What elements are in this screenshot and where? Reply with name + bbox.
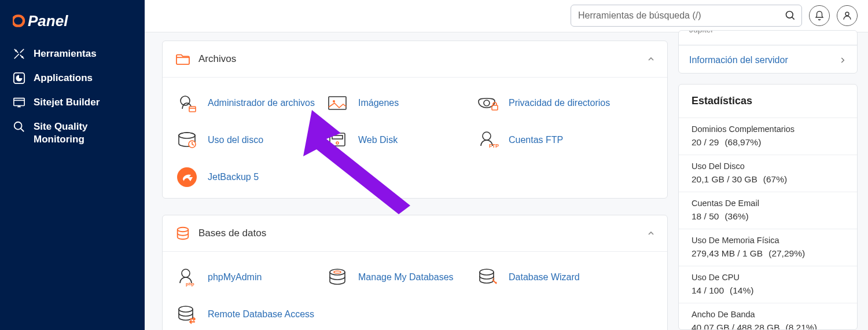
dir-privacy-icon (476, 91, 499, 115)
svg-rect-5 (14, 98, 24, 106)
tool-label: JetBackup 5 (208, 172, 259, 182)
folder-icon (175, 52, 190, 67)
sidebar-item-herramientas[interactable]: Herramientas (0, 42, 145, 66)
server-info-label: Información del servidor (689, 55, 788, 65)
apps-icon (13, 72, 25, 85)
tools-icon (13, 47, 25, 60)
svg-point-20 (483, 132, 491, 140)
notifications-button[interactable] (809, 5, 830, 26)
tool-label: Privacidad de directorios (509, 98, 610, 108)
svg-point-12 (333, 100, 335, 102)
sidebar-item-label: Sitejet Builder (34, 96, 100, 109)
db-wizard-icon (476, 266, 499, 289)
stats-panel: Estadísticas Dominios Complementarios 20… (678, 84, 858, 330)
sitejet-icon (13, 96, 25, 109)
svg-point-23 (178, 227, 189, 231)
tool-label: Remote Database Access (208, 309, 314, 320)
tool-ftp-accounts[interactable]: FTP Cuentas FTP (472, 122, 622, 159)
svg-point-13 (484, 100, 490, 106)
svg-point-19 (336, 142, 339, 144)
logo[interactable]: Panel (0, 12, 145, 42)
tool-phpmyadmin[interactable]: php phpMyAdmin (171, 259, 321, 296)
tool-label: Administrador de archivos (208, 98, 315, 108)
tool-manage-db[interactable]: Manage My Databases (321, 259, 472, 296)
svg-point-27 (334, 271, 341, 273)
file-manager-icon (175, 91, 198, 115)
stat-title: Uso De CPU (692, 273, 844, 282)
monitor-icon (13, 120, 25, 133)
database-icon (175, 226, 190, 241)
tool-label: Database Wizard (509, 272, 580, 283)
svg-point-24 (182, 269, 190, 277)
tool-label: Manage My Databases (358, 272, 454, 283)
stat-value: 279,43 MB / 1 GB(27,29%) (692, 248, 844, 259)
svg-point-8 (845, 12, 849, 16)
disk-usage-icon (175, 129, 198, 152)
search-button[interactable] (781, 6, 800, 25)
stat-row: Uso De CPU 14 / 100(14%) (679, 266, 857, 303)
panel-header-archivos[interactable]: Archivos (163, 41, 667, 78)
svg-rect-0 (13, 16, 24, 25)
user-button[interactable] (837, 5, 858, 26)
stat-value: 20 / 29(68,97%) (692, 137, 844, 148)
server-info-link[interactable]: Información del servidor (679, 45, 857, 74)
tool-label: Web Disk (358, 135, 398, 145)
tool-web-disk[interactable]: Web Disk (321, 122, 472, 159)
chevron-right-icon (838, 56, 847, 64)
svg-rect-18 (332, 135, 343, 139)
tool-db-wizard[interactable]: Database Wizard (472, 259, 622, 296)
jetbackup-icon (175, 166, 198, 189)
svg-point-6 (14, 122, 22, 130)
sidebar-item-site-quality[interactable]: Site Quality Monitoring (0, 115, 145, 152)
stat-value: 20,1 GB / 30 GB(67%) (692, 174, 844, 185)
tool-label: Imágenes (358, 98, 399, 108)
panel-bases-de-datos: Bases de datos php phpMyAdmin (162, 215, 668, 330)
panel-archivos: Archivos Administrador de archivos (162, 41, 668, 199)
panel-title: Archivos (198, 53, 236, 65)
manage-db-icon (326, 266, 349, 289)
tool-directory-privacy[interactable]: Privacidad de directorios (472, 85, 622, 122)
stat-title: Dominios Complementarios (692, 124, 844, 134)
tool-jetbackup[interactable]: JetBackup 5 (171, 159, 321, 196)
svg-text:FTP: FTP (489, 143, 499, 149)
svg-rect-10 (189, 107, 196, 112)
svg-point-29 (179, 306, 193, 312)
ftp-icon: FTP (476, 129, 499, 152)
sidebar-item-label: Herramientas (34, 47, 97, 60)
sidebar-item-label: Site Quality Monitoring (34, 120, 132, 146)
stat-row: Cuentas De Email 18 / 50(36%) (679, 192, 857, 229)
tool-remote-db[interactable]: Remote Database Access (171, 296, 321, 330)
stat-row: Uso Del Disco 20,1 GB / 30 GB(67%) (679, 155, 857, 192)
bell-icon (814, 10, 825, 21)
tool-file-manager[interactable]: Administrador de archivos (171, 85, 321, 122)
images-icon (326, 91, 349, 115)
sidebar-item-sitejet[interactable]: Sitejet Builder (0, 90, 145, 115)
stat-title: Uso De Memoria Física (692, 236, 844, 245)
panel-header-databases[interactable]: Bases de datos (163, 215, 667, 252)
svg-point-26 (330, 269, 345, 275)
chevron-up-icon[interactable] (646, 54, 656, 64)
stat-row: Ancho De Banda 40,07 GB / 488,28 GB(8,21… (679, 303, 857, 330)
remote-db-icon (175, 303, 198, 326)
tool-label: Uso del disco (208, 135, 263, 145)
search-input[interactable] (571, 5, 802, 27)
theme-cut-row: Jupiter (679, 31, 857, 45)
stat-value: 14 / 100(14%) (692, 285, 844, 296)
tool-disk-usage[interactable]: Uso del disco (171, 122, 321, 159)
tool-images[interactable]: Imágenes (321, 85, 472, 122)
svg-text:Panel: Panel (28, 12, 68, 30)
stat-title: Ancho De Banda (692, 310, 844, 319)
stat-title: Uso Del Disco (692, 162, 844, 171)
stat-title: Cuentas De Email (692, 199, 844, 208)
sidebar-item-applications[interactable]: Applications (0, 66, 145, 90)
stats-title: Estadísticas (679, 85, 857, 118)
sidebar: Panel Herramientas Applications Sitej (0, 0, 145, 330)
server-link-panel: Jupiter Información del servidor (678, 30, 858, 74)
tool-label: phpMyAdmin (208, 272, 262, 283)
chevron-up-icon[interactable] (646, 229, 656, 238)
phpmyadmin-icon: php (175, 266, 198, 289)
svg-point-15 (179, 133, 195, 138)
search-icon (785, 10, 796, 21)
svg-point-7 (786, 12, 793, 19)
web-disk-icon (326, 129, 349, 152)
